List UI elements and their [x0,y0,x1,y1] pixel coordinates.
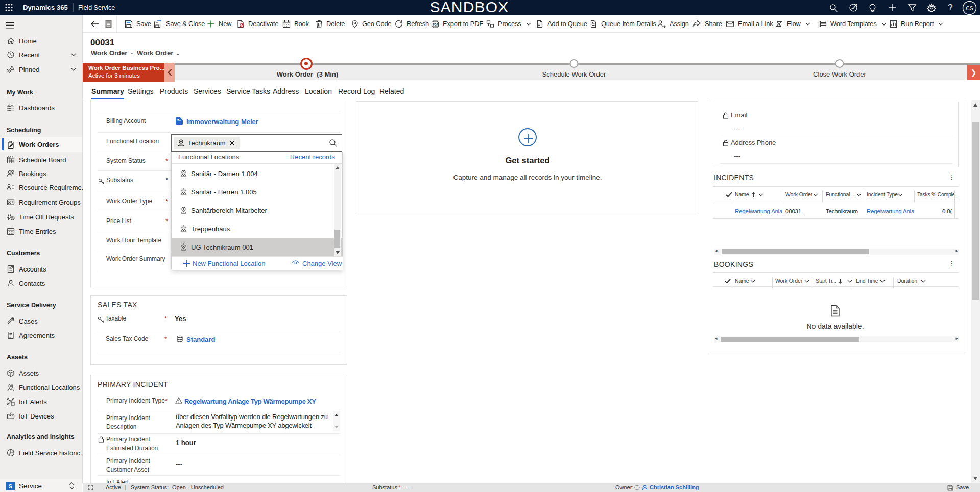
svg-text:CS: CS [966,5,973,11]
svg-text:PDF: PDF [433,23,438,26]
svg-text:10: 10 [891,20,894,23]
